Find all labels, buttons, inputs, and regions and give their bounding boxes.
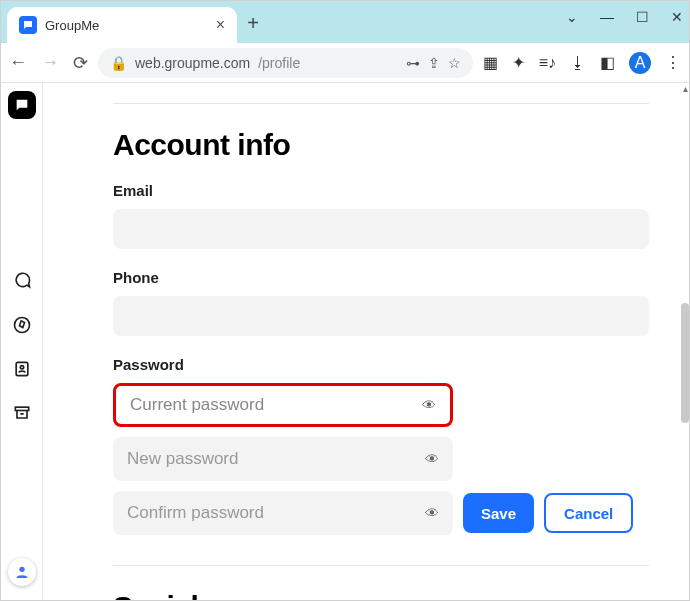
discover-icon[interactable]	[1, 303, 43, 347]
panel-icon[interactable]: ◧	[600, 53, 615, 72]
app-sidebar	[1, 83, 43, 600]
translate-icon[interactable]: ▦	[483, 53, 498, 72]
tab-title: GroupMe	[45, 18, 208, 33]
reload-button[interactable]: ⟳	[73, 52, 88, 74]
profile-avatar[interactable]: A	[629, 52, 651, 74]
back-button[interactable]: ←	[9, 52, 27, 73]
scrollbar-thumb[interactable]	[681, 303, 689, 423]
downloads-icon[interactable]: ⭳	[570, 54, 586, 72]
email-field[interactable]	[113, 209, 649, 249]
phone-label: Phone	[113, 269, 649, 286]
new-password-placeholder: New password	[127, 449, 239, 469]
phone-field[interactable]	[113, 296, 649, 336]
bookmark-icon[interactable]: ☆	[448, 55, 461, 71]
maximize-icon[interactable]: ☐	[636, 9, 649, 25]
current-password-field[interactable]: Current password 👁	[113, 383, 453, 427]
main-content: ▴ Account info Email Phone Password Curr…	[43, 83, 689, 600]
svg-point-4	[19, 567, 24, 572]
menu-icon[interactable]: ⋮	[665, 53, 681, 72]
password-label: Password	[113, 356, 649, 373]
share-icon[interactable]: ⇪	[428, 55, 440, 71]
url-path: /profile	[258, 55, 300, 71]
lock-icon: 🔒	[110, 55, 127, 71]
new-tab-button[interactable]: +	[237, 7, 269, 39]
toggle-visibility-icon[interactable]: 👁	[422, 397, 436, 413]
window-titlebar: GroupMe × + ⌄ — ☐ ✕	[1, 1, 689, 43]
minimize-icon[interactable]: —	[600, 9, 614, 25]
reading-list-icon[interactable]: ≡♪	[539, 54, 556, 72]
close-window-icon[interactable]: ✕	[671, 9, 683, 25]
contacts-icon[interactable]	[1, 347, 43, 391]
groupme-logo-icon[interactable]	[8, 91, 36, 119]
new-password-field[interactable]: New password 👁	[113, 437, 453, 481]
browser-toolbar: ← → ⟳ 🔒 web.groupme.com/profile ⊶ ⇪ ☆ ▦ …	[1, 43, 689, 83]
svg-rect-3	[15, 407, 28, 410]
scroll-up-icon[interactable]: ▴	[683, 83, 688, 94]
browser-tab[interactable]: GroupMe ×	[7, 7, 237, 43]
section-title-account: Account info	[113, 128, 649, 162]
cancel-button[interactable]: Cancel	[544, 493, 633, 533]
chats-icon[interactable]	[1, 259, 43, 303]
forward-button: →	[41, 52, 59, 73]
svg-point-0	[14, 318, 29, 333]
archive-icon[interactable]	[1, 391, 43, 435]
toggle-visibility-icon[interactable]: 👁	[425, 451, 439, 467]
url-host: web.groupme.com	[135, 55, 250, 71]
tab-close-icon[interactable]: ×	[216, 16, 225, 34]
toggle-visibility-icon[interactable]: 👁	[425, 505, 439, 521]
svg-point-2	[20, 366, 23, 369]
key-icon[interactable]: ⊶	[406, 55, 420, 71]
divider	[113, 103, 649, 104]
confirm-password-placeholder: Confirm password	[127, 503, 264, 523]
chevron-down-icon[interactable]: ⌄	[566, 9, 578, 25]
save-button[interactable]: Save	[463, 493, 534, 533]
window-controls: ⌄ — ☐ ✕	[566, 1, 683, 33]
groupme-favicon	[19, 16, 37, 34]
section-title-social: Social	[113, 590, 649, 600]
user-profile-button[interactable]	[8, 558, 36, 586]
current-password-placeholder: Current password	[130, 395, 264, 415]
address-bar[interactable]: 🔒 web.groupme.com/profile ⊶ ⇪ ☆	[98, 48, 473, 78]
email-label: Email	[113, 182, 649, 199]
divider	[113, 565, 649, 566]
confirm-password-field[interactable]: Confirm password 👁	[113, 491, 453, 535]
extensions-icon[interactable]: ✦	[512, 53, 525, 72]
